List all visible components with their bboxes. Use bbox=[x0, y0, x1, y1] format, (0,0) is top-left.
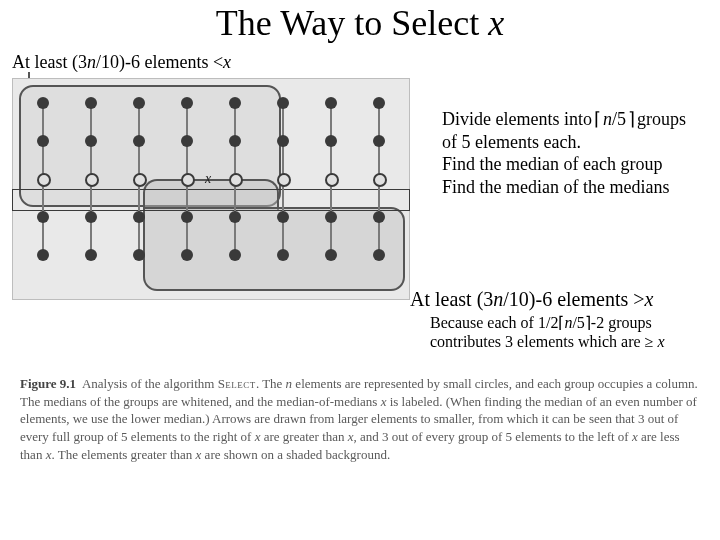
element-dot bbox=[229, 211, 241, 223]
title-text: The Way to Select bbox=[216, 3, 488, 43]
page-title: The Way to Select x bbox=[0, 2, 720, 44]
element-dot bbox=[133, 249, 145, 261]
element-dot bbox=[325, 211, 337, 223]
element-dot bbox=[37, 97, 49, 109]
element-dot bbox=[373, 249, 385, 261]
element-dot bbox=[85, 249, 97, 261]
element-dot bbox=[277, 135, 289, 147]
element-dot bbox=[277, 249, 289, 261]
element-dot bbox=[85, 97, 97, 109]
element-dot bbox=[133, 97, 145, 109]
element-dot bbox=[325, 97, 337, 109]
algorithm-steps: Divide elements into⌈n/5⌉groups of 5 ele… bbox=[442, 108, 712, 198]
element-dot bbox=[181, 135, 193, 147]
step-median-of-medians: Find the median of the medians bbox=[442, 176, 712, 199]
element-dot bbox=[133, 211, 145, 223]
element-dot bbox=[277, 211, 289, 223]
element-dot bbox=[37, 135, 49, 147]
x-label: x bbox=[205, 171, 211, 187]
median-of-medians-diagram: x bbox=[12, 78, 410, 300]
element-dot bbox=[37, 211, 49, 223]
ceil-right-icon: ⌉ bbox=[628, 109, 635, 129]
element-dot bbox=[181, 97, 193, 109]
element-dot bbox=[181, 211, 193, 223]
figure-caption: Figure 9.1 Analysis of the algorithm Sel… bbox=[20, 375, 700, 463]
group-median-dot bbox=[373, 173, 387, 187]
ceil-left-icon: ⌈ bbox=[594, 109, 601, 129]
step-divide-cont: of 5 elements each. bbox=[442, 131, 712, 154]
element-dot bbox=[325, 249, 337, 261]
group-median-dot bbox=[85, 173, 99, 187]
step-divide: Divide elements into⌈n/5⌉groups bbox=[442, 108, 712, 131]
group-median-dot bbox=[133, 173, 147, 187]
group-median-dot bbox=[229, 173, 243, 187]
figure-number: Figure 9.1 bbox=[20, 376, 76, 391]
element-dot bbox=[229, 135, 241, 147]
element-dot bbox=[229, 249, 241, 261]
group-median-dot bbox=[37, 173, 51, 187]
element-dot bbox=[181, 249, 193, 261]
group-median-dot bbox=[277, 173, 291, 187]
lower-bound-label: At least (3n/10)-6 elements >x bbox=[410, 288, 710, 311]
element-dot bbox=[325, 135, 337, 147]
element-dot bbox=[277, 97, 289, 109]
group-median-dot bbox=[325, 173, 339, 187]
lower-bound-note: Because each of 1/2⌈n/5⌉-2 groups contri… bbox=[430, 313, 710, 351]
group-median-dot bbox=[181, 173, 195, 187]
element-dot bbox=[133, 135, 145, 147]
element-dot bbox=[373, 97, 385, 109]
element-dot bbox=[85, 135, 97, 147]
median-row-highlight bbox=[12, 189, 410, 211]
element-dot bbox=[85, 211, 97, 223]
lower-bound-block: At least (3n/10)-6 elements >x Because e… bbox=[410, 288, 710, 351]
element-dot bbox=[373, 211, 385, 223]
element-dot bbox=[229, 97, 241, 109]
title-variable-x: x bbox=[488, 3, 504, 43]
element-dot bbox=[37, 249, 49, 261]
step-group-median: Find the median of each group bbox=[442, 153, 712, 176]
element-dot bbox=[373, 135, 385, 147]
upper-bound-label: At least (3n/10)-6 elements <x bbox=[12, 52, 231, 73]
